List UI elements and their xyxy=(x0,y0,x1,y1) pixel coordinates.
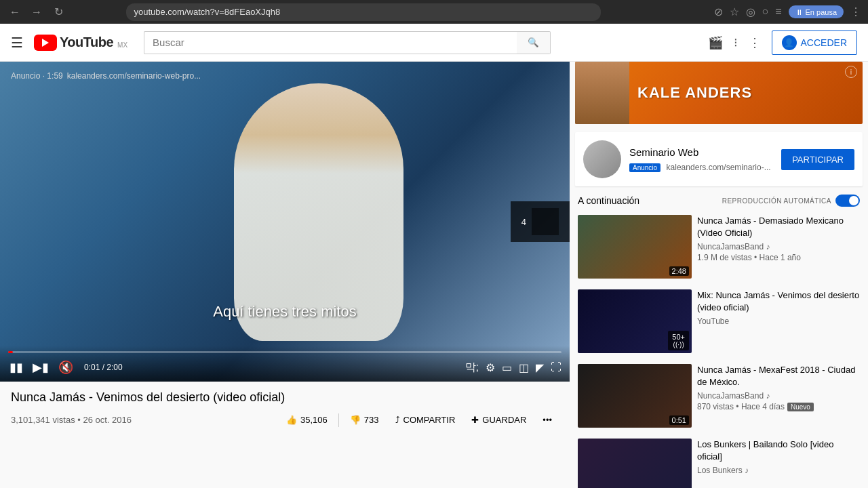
youtube-logo[interactable]: YouTube MX xyxy=(34,35,127,51)
ad-banner[interactable]: KALE ANDERS i xyxy=(575,62,863,124)
video-card-info: Los Bunkers | Bailando Solo [video ofici… xyxy=(697,439,860,488)
webinar-meta: Anuncio kaleanders.com/seminario-... xyxy=(629,161,773,173)
search-container: 🔍 xyxy=(144,31,551,54)
anuncio-badge: Anuncio xyxy=(629,163,660,172)
youtube-header: ☰ YouTube MX 🔍 🎬 ⁝ ⋮ 👤 ACCEDER xyxy=(0,24,868,62)
miniplayer-icon[interactable]: ▭ xyxy=(502,361,512,374)
video-thumbnail: 2:48 xyxy=(578,215,692,279)
theater-mode-icon[interactable]: ◫ xyxy=(519,361,529,374)
ad-person-image xyxy=(575,62,629,124)
more-button[interactable]: ••• xyxy=(536,411,559,429)
video-controls: ▮▮ ▶▮ 🔇 0:01 / 2:00 막;︎ ⚙ ▭ ◫ ◤ ⛶ xyxy=(0,346,570,382)
autoplay-toggle[interactable]: REPRODUCCIÓN AUTOMÁTICA xyxy=(722,195,860,207)
save-label: GUARDAR xyxy=(482,415,526,425)
controls-row: ▮▮ ▶▮ 🔇 0:01 / 2:00 막;︎ ⚙ ▭ ◫ ◤ ⛶ xyxy=(8,359,561,376)
webinar-card: Seminario Web Anuncio kaleanders.com/sem… xyxy=(575,132,863,186)
video-time: 0:01 / 2:00 xyxy=(84,363,123,372)
account-icon: ○ xyxy=(762,5,769,18)
duration-badge: 0:51 xyxy=(669,415,689,425)
thumbs-up-icon: 👍 xyxy=(286,415,297,425)
ad-text-area: KALE ANDERS xyxy=(629,79,863,107)
video-thumbnail: 50+ ((·)) xyxy=(578,289,692,353)
video-subtitle: Aquí tienes tres mitos xyxy=(213,303,357,321)
save-button[interactable]: ✚ GUARDAR xyxy=(465,411,533,429)
like-count: 35,106 xyxy=(300,415,328,425)
video-thumbnail xyxy=(578,439,692,488)
video-card-1[interactable]: 50+ ((·)) Mix: Nunca Jamás - Venimos del… xyxy=(575,287,863,356)
more-dots-icon: ••• xyxy=(542,415,552,425)
apps-grid-icon[interactable]: ⁝ xyxy=(734,35,738,50)
video-card-2[interactable]: 0:51 Nunca Jamás - MexaFest 2018 - Ciuda… xyxy=(575,361,863,430)
thumbs-down-icon: 👎 xyxy=(350,415,361,425)
next-button[interactable]: ▶▮ xyxy=(31,359,50,376)
youtube-logo-icon xyxy=(34,35,57,51)
progress-bar[interactable] xyxy=(8,351,561,353)
play-pause-button[interactable]: ▮▮ xyxy=(8,359,24,376)
pause-icon: ⏸ xyxy=(795,8,803,16)
dislike-count: 733 xyxy=(364,415,379,425)
search-input[interactable] xyxy=(144,31,517,54)
signin-button[interactable]: 👤 ACCEDER xyxy=(772,30,857,55)
card-title: Nunca Jamás - MexaFest 2018 - Ciudad de … xyxy=(697,364,860,388)
video-player[interactable]: Aquí tienes tres mitos Anuncio · 1:59 ka… xyxy=(0,62,570,382)
acontinuacion-header: A continuación REPRODUCCIÓN AUTOMÁTICA xyxy=(575,195,863,207)
hamburger-menu-button[interactable]: ☰ xyxy=(11,35,23,51)
settings-icon[interactable]: ⚙ xyxy=(486,361,495,374)
forward-button[interactable]: → xyxy=(28,4,45,20)
video-card-0[interactable]: 2:48 Nunca Jamás - Demasiado Mexicano (V… xyxy=(575,212,863,281)
country-code: MX xyxy=(117,41,127,49)
like-dislike-separator xyxy=(338,413,339,427)
card-channel: NuncaJamasBand ♪ xyxy=(697,391,860,401)
search-button[interactable]: 🔍 xyxy=(517,31,551,54)
skip-preview xyxy=(532,208,559,235)
webinar-info: Seminario Web Anuncio kaleanders.com/sem… xyxy=(629,146,773,173)
dislike-button[interactable]: 👎 733 xyxy=(343,411,386,429)
like-button[interactable]: 👍 35,106 xyxy=(279,411,334,429)
video-thumbnail: 0:51 xyxy=(578,364,692,428)
address-bar[interactable]: youtube.com/watch?v=8dFEaoXJqh8 xyxy=(126,3,601,21)
signin-label: ACCEDER xyxy=(801,37,847,48)
fullscreen-icon[interactable]: ⛶ xyxy=(551,361,561,373)
subtitles-icon[interactable]: 막;︎ xyxy=(465,361,479,375)
video-views: 3,101,341 vistas • 26 oct. 2016 xyxy=(11,415,132,425)
video-camera-icon[interactable]: 🎬 xyxy=(708,35,723,50)
more-options-icon[interactable]: ⋮ xyxy=(749,35,761,50)
menu-dots-icon[interactable]: ⋮ xyxy=(850,5,861,18)
right-controls: 막;︎ ⚙ ▭ ◫ ◤ ⛶ xyxy=(465,361,561,375)
sidebar: KALE ANDERS i Seminario Web Anuncio kale… xyxy=(570,62,868,488)
header-right: 🎬 ⁝ ⋮ 👤 ACCEDER xyxy=(708,30,857,55)
autoplay-label: REPRODUCCIÓN AUTOMÁTICA xyxy=(722,197,831,205)
ad-text: Anuncio · 1:59 xyxy=(11,71,63,81)
share-button[interactable]: ⤴ COMPARTIR xyxy=(389,411,462,429)
refresh-button[interactable]: ↻ xyxy=(50,4,66,20)
search-icon: 🔍 xyxy=(528,37,539,47)
skip-number: 4 xyxy=(521,217,526,227)
main-content: Aquí tienes tres mitos Anuncio · 1:59 ka… xyxy=(0,62,868,488)
video-card-info: Mix: Nunca Jamás - Venimos del desierto … xyxy=(697,289,860,353)
card-meta: 1.9 M de vistas • Hace 1 año xyxy=(697,253,860,262)
save-icon: ✚ xyxy=(471,415,479,425)
video-actions: 👍 35,106 👎 733 ⤴ COMPARTIR ✚ GUARDAR xyxy=(279,411,559,429)
cast-icon[interactable]: ◤ xyxy=(536,361,544,374)
video-card-info: Nunca Jamás - MexaFest 2018 - Ciudad de … xyxy=(697,364,860,428)
profile-icon: ≡ xyxy=(775,5,781,18)
toggle-knob xyxy=(849,196,859,205)
video-card-3[interactable]: Los Bunkers | Bailando Solo [video ofici… xyxy=(575,436,863,488)
video-person-figure xyxy=(234,83,403,341)
ad-info-icon[interactable]: i xyxy=(845,66,857,78)
back-button[interactable]: ← xyxy=(7,4,23,20)
paused-button[interactable]: ⏸ En pausa xyxy=(789,5,844,18)
card-channel: NuncaJamasBand ♪ xyxy=(697,242,860,251)
webinar-join-button[interactable]: PARTICIPAR xyxy=(781,149,854,170)
video-section: Aquí tienes tres mitos Anuncio · 1:59 ka… xyxy=(0,62,570,488)
youtube-logo-text: YouTube xyxy=(60,35,113,50)
card-meta: 870 vistas • Hace 4 díasNuevo xyxy=(697,402,860,411)
star-icon[interactable]: ☆ xyxy=(730,5,739,18)
browser-icons: ⊘ ☆ ◎ ○ ≡ ⏸ En pausa ⋮ xyxy=(714,5,862,18)
card-title: Mix: Nunca Jamás - Venimos del desierto … xyxy=(697,289,860,314)
extension-icon: ◎ xyxy=(746,5,755,18)
new-badge: Nuevo xyxy=(787,403,814,411)
autoplay-switch[interactable] xyxy=(835,195,860,207)
mute-button[interactable]: 🔇 xyxy=(57,359,75,376)
browser-chrome: ← → ↻ youtube.com/watch?v=8dFEaoXJqh8 ⊘ … xyxy=(0,0,868,24)
